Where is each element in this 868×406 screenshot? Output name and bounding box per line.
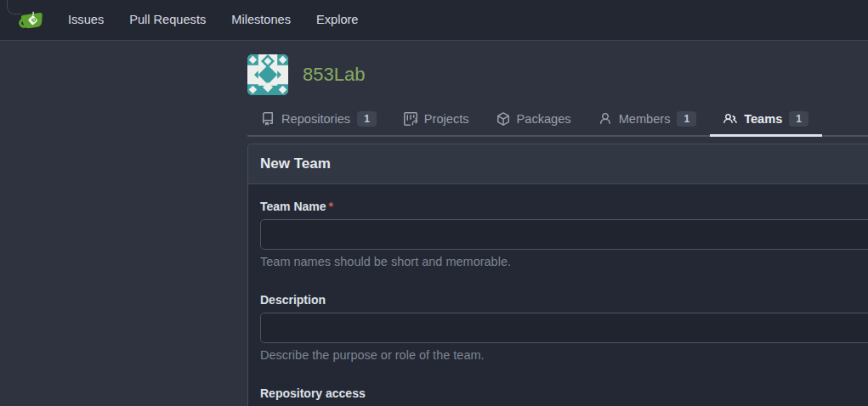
- repository-access-field-group: Repository access: [260, 386, 868, 401]
- description-input[interactable]: [260, 313, 868, 343]
- tab-repositories[interactable]: Repositories 1: [247, 103, 390, 135]
- gitea-teacup-icon: [17, 5, 48, 36]
- teams-count-badge: 1: [789, 111, 808, 127]
- team-name-input[interactable]: [260, 219, 868, 250]
- page-title: New Team: [260, 155, 331, 172]
- description-field-group: Description Describe the purpose or role…: [260, 292, 868, 362]
- tab-label: Packages: [517, 112, 571, 126]
- tab-teams[interactable]: Teams 1: [710, 103, 822, 135]
- org-name[interactable]: 853Lab: [303, 64, 365, 86]
- org-page-content: 853Lab Repositories 1 Projects Packages …: [247, 41, 868, 406]
- repository-access-label: Repository access: [260, 386, 366, 400]
- tab-label: Projects: [424, 112, 469, 126]
- nav-item-issues[interactable]: Issues: [55, 0, 116, 40]
- tab-label: Members: [619, 112, 671, 126]
- org-header: 853Lab: [247, 54, 868, 95]
- identicon-image: [247, 54, 288, 95]
- org-avatar[interactable]: [247, 54, 288, 95]
- nav-item-explore[interactable]: Explore: [304, 0, 371, 40]
- team-name-field-group: Team Name* Team names should be short an…: [260, 199, 868, 268]
- tab-packages[interactable]: Packages: [483, 103, 585, 135]
- nav-item-pull-requests[interactable]: Pull Requests: [116, 0, 218, 40]
- team-name-help-text: Team names should be short and memorable…: [260, 255, 868, 268]
- team-name-label-text: Team Name: [260, 200, 326, 213]
- nav-item-milestones[interactable]: Milestones: [218, 0, 304, 40]
- repositories-count-badge: 1: [357, 111, 377, 127]
- package-icon: [496, 112, 510, 126]
- person-icon: [599, 112, 612, 126]
- new-team-form: Team Name* Team names should be short an…: [248, 184, 868, 406]
- tab-members[interactable]: Members 1: [585, 103, 711, 135]
- top-navbar: Issues Pull Requests Milestones Explore: [0, 0, 868, 41]
- members-count-badge: 1: [677, 111, 696, 127]
- tab-label: Repositories: [281, 112, 350, 126]
- tab-label: Teams: [744, 112, 782, 126]
- gitea-logo[interactable]: [17, 5, 48, 36]
- project-icon: [404, 112, 417, 126]
- required-asterisk: *: [329, 200, 333, 213]
- org-tab-bar: Repositories 1 Projects Packages Members…: [247, 103, 868, 137]
- description-help-text: Describe the purpose or role of the team…: [260, 348, 868, 362]
- tab-projects[interactable]: Projects: [390, 103, 483, 135]
- description-label: Description: [260, 293, 326, 307]
- repo-icon: [261, 112, 275, 126]
- team-name-label: Team Name*: [260, 200, 333, 213]
- new-team-panel: New Team Team Name* Team names should be…: [247, 144, 868, 406]
- panel-header: New Team: [248, 144, 868, 184]
- people-icon: [723, 112, 737, 126]
